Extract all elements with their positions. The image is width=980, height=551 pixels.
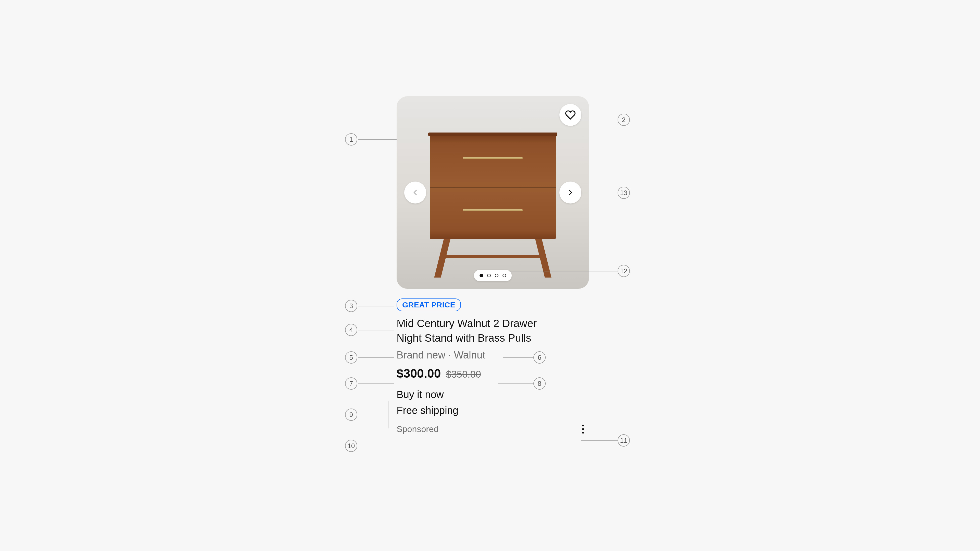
chevron-left-icon: [410, 188, 420, 197]
product-card: GREAT PRICE Mid Century Walnut 2 Drawer …: [396, 96, 589, 435]
annotation-leader: [358, 306, 394, 306]
annotation-marker: 7: [345, 377, 357, 390]
pagination-dot[interactable]: [503, 274, 506, 277]
annotation-marker: 2: [617, 114, 630, 126]
annotation-leader: [358, 139, 396, 140]
variant-label: Walnut: [454, 349, 485, 360]
product-illustration: [430, 135, 556, 278]
carousel-pagination[interactable]: [474, 270, 512, 281]
product-price: $300.00: [396, 366, 441, 381]
annotation-leader: [509, 271, 617, 271]
carousel-next-button[interactable]: [559, 182, 581, 204]
condition-label: Brand new: [396, 349, 445, 360]
annotation-leader: [498, 384, 533, 384]
annotation-marker: 13: [617, 186, 630, 199]
title-line: Night Stand with Brass Pulls: [396, 332, 531, 344]
annotation-marker: 9: [345, 409, 357, 421]
annotation-leader: [388, 401, 388, 428]
original-price: $350.00: [446, 369, 481, 380]
annotation-leader: [579, 120, 617, 120]
annotation-leader: [581, 440, 617, 441]
annotation-leader: [503, 357, 533, 358]
buy-format-label: Buy it now: [396, 387, 589, 402]
annotation-marker: 3: [345, 300, 357, 312]
price-badge: GREAT PRICE: [396, 298, 461, 311]
annotation-leader: [358, 446, 394, 446]
annotation-leader: [358, 384, 394, 384]
annotation-leader: [582, 193, 617, 193]
product-subtitle: Brand new · Walnut: [396, 349, 589, 361]
heart-icon: [565, 110, 576, 120]
annotation-marker: 8: [533, 377, 546, 390]
annotation-marker: 11: [617, 434, 630, 447]
product-meta: GREAT PRICE Mid Century Walnut 2 Drawer …: [396, 289, 589, 435]
annotation-marker: 12: [617, 265, 630, 277]
title-line: Mid Century Walnut 2 Drawer: [396, 317, 537, 330]
annotation-leader: [358, 357, 394, 358]
chevron-right-icon: [566, 188, 575, 197]
annotation-marker: 10: [345, 440, 357, 452]
annotation-marker: 5: [345, 351, 357, 363]
product-title[interactable]: Mid Century Walnut 2 Drawer Night Stand …: [396, 316, 589, 345]
more-options-button[interactable]: [577, 423, 589, 435]
shipping-label: Free shipping: [396, 402, 589, 418]
pagination-dot-active[interactable]: [479, 274, 483, 277]
annotation-marker: 1: [345, 133, 357, 145]
separator: ·: [445, 349, 454, 360]
annotation-leader: [358, 415, 388, 415]
favorite-button[interactable]: [559, 104, 581, 126]
pagination-dot[interactable]: [495, 274, 498, 277]
sponsored-label: Sponsored: [396, 424, 438, 434]
carousel-prev-button[interactable]: [404, 182, 426, 204]
product-image[interactable]: [396, 96, 589, 289]
more-vertical-icon: [582, 425, 584, 433]
pagination-dot[interactable]: [487, 274, 491, 277]
annotation-marker: 6: [533, 351, 546, 363]
annotation-marker: 4: [345, 324, 357, 336]
annotation-leader: [358, 330, 394, 330]
